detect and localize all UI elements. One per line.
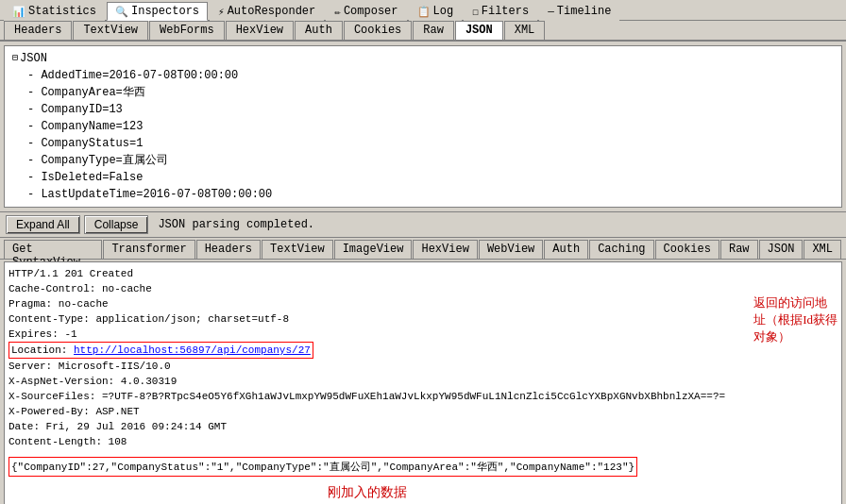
json-item-3: - CompanyName=123 <box>8 118 838 135</box>
tree-bullet: - <box>27 152 34 169</box>
raw-response-lines: HTTP/1.1 201 Created Cache-Control: no-c… <box>8 266 725 501</box>
req-tab-cookies[interactable]: Cookies <box>344 21 412 40</box>
statistics-icon: 📊 <box>12 6 25 18</box>
raw-line-5: Server: Microsoft-IIS/10.0 <box>8 359 725 374</box>
top-tab-bar: 📊 Statistics 🔍 Inspectors ⚡ AutoResponde… <box>0 0 846 21</box>
request-tab-bar: Headers TextView WebForms HexView Auth C… <box>0 21 846 42</box>
resp-tab-webview[interactable]: WebView <box>479 240 543 259</box>
raw-line-9: Date: Fri, 29 Jul 2016 09:24:14 GMT <box>8 419 725 434</box>
location-link[interactable]: http://localhost:56897/api/companys/27 <box>74 343 311 358</box>
raw-line-4: Expires: -1 <box>8 327 725 342</box>
tab-autoresponder[interactable]: ⚡ AutoResponder <box>210 2 324 21</box>
json-result-box: {"CompanyID":27,"CompanyStatus":"1","Com… <box>8 457 637 477</box>
log-icon: 📋 <box>417 6 431 18</box>
tree-bullet: - <box>27 135 34 152</box>
raw-line-7: X-SourceFiles: =?UTF-8?B?RTpcS4eO5Y6fXGh… <box>8 389 725 404</box>
raw-line-0: HTTP/1.1 201 Created <box>8 266 725 281</box>
resp-tab-syntaxview[interactable]: Get SyntaxView <box>4 240 102 259</box>
tree-bullet: - <box>27 101 34 118</box>
raw-line-2: Pragma: no-cache <box>8 296 725 311</box>
resp-tab-cookies[interactable]: Cookies <box>655 240 719 259</box>
json-item-1: - CompanyArea=华西 <box>8 84 838 101</box>
tree-bullet: - <box>27 67 34 84</box>
req-tab-hexview[interactable]: HexView <box>226 21 294 40</box>
expand-all-button[interactable]: Expand All <box>6 215 80 234</box>
tab-inspectors[interactable]: 🔍 Inspectors <box>107 2 208 21</box>
collapse-icon: ⊟ <box>12 50 18 67</box>
resp-tab-headers[interactable]: Headers <box>196 240 261 259</box>
tab-statistics[interactable]: 📊 Statistics <box>4 2 105 21</box>
json-item-2: - CompanyID=13 <box>8 101 838 118</box>
req-tab-xml[interactable]: XML <box>504 21 546 40</box>
raw-response-panel: HTTP/1.1 201 Created Cache-Control: no-c… <box>4 261 842 504</box>
json-root: ⊟ JSON <box>8 50 838 67</box>
tab-composer[interactable]: ✏️ Composer <box>326 2 406 21</box>
location-highlight-box: Location: http://localhost:56897/api/com… <box>8 342 313 359</box>
raw-line-1: Cache-Control: no-cache <box>8 281 725 296</box>
raw-line-3: Content-Type: application/json; charset=… <box>8 311 725 327</box>
raw-line-10: Content-Length: 108 <box>8 434 725 449</box>
raw-line-6: X-AspNet-Version: 4.0.30319 <box>8 374 725 389</box>
collapse-button[interactable]: Collapse <box>84 215 149 234</box>
annotation-area: 返回的访问地址（根据Id获得对象） <box>753 266 838 501</box>
resp-tab-caching[interactable]: Caching <box>589 240 653 259</box>
json-result-area: {"CompanyID":27,"CompanyStatus":"1","Com… <box>8 455 725 477</box>
tab-timeline[interactable]: — Timeline <box>539 2 619 21</box>
req-tab-textview[interactable]: TextView <box>73 21 148 40</box>
autoresponder-icon: ⚡ <box>218 6 225 18</box>
req-tab-auth[interactable]: Auth <box>295 21 343 40</box>
resp-tab-auth[interactable]: Auth <box>544 240 588 259</box>
json-item-0: - AddedTime=2016-07-08T00:00:00 <box>8 67 838 84</box>
json-item-7: - LastUpdateTime=2016-07-08T00:00:00 <box>8 186 838 203</box>
timeline-icon: — <box>548 6 554 17</box>
composer-icon: ✏️ <box>334 6 341 18</box>
json-status: JSON parsing completed. <box>158 218 314 231</box>
filters-icon: ☐ <box>472 6 479 18</box>
tree-bullet: - <box>27 118 34 135</box>
resp-tab-imageview[interactable]: ImageView <box>334 240 413 259</box>
req-tab-headers[interactable]: Headers <box>4 21 72 40</box>
annotation-bottom: 刚加入的数据 <box>8 484 725 501</box>
resp-tab-json[interactable]: JSON <box>759 240 804 259</box>
req-tab-webforms[interactable]: WebForms <box>149 21 225 40</box>
resp-tab-xml[interactable]: XML <box>804 240 841 259</box>
req-tab-raw[interactable]: Raw <box>413 21 454 40</box>
raw-line-location: Location: http://localhost:56897/api/com… <box>8 342 725 359</box>
inspectors-icon: 🔍 <box>115 6 128 18</box>
tree-bullet: - <box>27 84 34 101</box>
json-tree-panel: ⊟ JSON - AddedTime=2016-07-08T00:00:00 -… <box>4 45 842 208</box>
json-item-4: - CompanyStatus=1 <box>8 135 838 152</box>
annotation-top: 返回的访问地址（根据Id获得对象） <box>753 295 838 344</box>
response-tab-bar: Get SyntaxView Transformer Headers TextV… <box>0 238 846 260</box>
req-tab-json[interactable]: JSON <box>455 21 503 40</box>
resp-tab-hexview[interactable]: HexView <box>413 240 477 259</box>
json-item-6: - IsDeleted=False <box>8 169 838 186</box>
resp-tab-textview[interactable]: TextView <box>262 240 333 259</box>
json-item-5: - CompanyType=直属公司 <box>8 152 838 169</box>
tab-log[interactable]: 📋 Log <box>409 2 463 21</box>
resp-tab-transformer[interactable]: Transformer <box>103 240 195 259</box>
tree-bullet: - <box>27 186 34 203</box>
resp-tab-raw[interactable]: Raw <box>720 240 758 259</box>
raw-line-8: X-Powered-By: ASP.NET <box>8 404 725 419</box>
tab-filters[interactable]: ☐ Filters <box>464 2 537 21</box>
json-toolbar: Expand All Collapse JSON parsing complet… <box>0 211 846 238</box>
tree-bullet: - <box>27 169 34 186</box>
